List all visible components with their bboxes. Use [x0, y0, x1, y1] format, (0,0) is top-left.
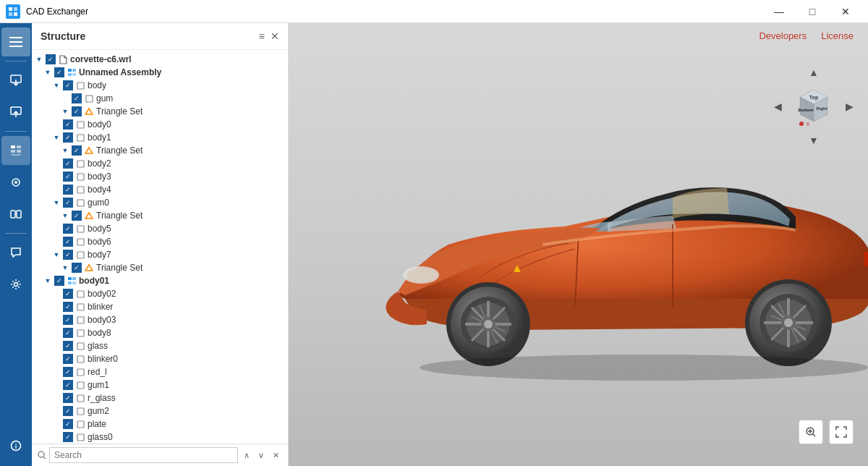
tree-checkbox[interactable] [63, 302, 73, 312]
tree-item[interactable]: ▼body1 [32, 131, 288, 144]
tree-chevron[interactable] [52, 315, 61, 324]
tree-checkbox[interactable] [63, 289, 73, 299]
tree-chevron[interactable] [61, 94, 69, 103]
tree-checkbox[interactable] [72, 211, 82, 221]
tree-chevron[interactable] [52, 329, 61, 337]
tree-checkbox[interactable] [63, 237, 73, 247]
tree-chevron[interactable]: ▼ [52, 81, 61, 90]
tree-chevron[interactable] [52, 289, 61, 298]
tree-item[interactable]: ▼corvette-c6.wrl [32, 53, 288, 66]
nav-cube[interactable]: Top Bottom Right X [791, 84, 836, 129]
search-input[interactable] [49, 447, 238, 463]
nav-right-button[interactable]: ▶ [846, 101, 854, 112]
nav-down-button[interactable]: ▼ [809, 135, 819, 146]
tree-chevron[interactable] [52, 355, 61, 363]
tree-chevron[interactable]: ▼ [61, 263, 69, 272]
tree-item[interactable]: r_glass [32, 391, 288, 404]
tree-item[interactable]: blinker0 [32, 352, 288, 365]
tree-item[interactable]: ▼Triangle Set [32, 144, 288, 157]
tree-checkbox[interactable] [63, 250, 73, 260]
toolbar-export-button[interactable] [1, 98, 30, 127]
tree-checkbox[interactable] [54, 67, 64, 77]
tree-checkbox[interactable] [63, 80, 73, 90]
search-down-button[interactable]: ∨ [255, 449, 267, 462]
toolbar-import-button[interactable] [1, 66, 30, 95]
tree-item[interactable]: ▼body01 [32, 274, 288, 287]
tree-chevron[interactable] [52, 433, 61, 441]
maximize-button[interactable]: □ [796, 0, 829, 23]
tree-item[interactable]: gum [32, 92, 288, 105]
tree-chevron[interactable]: ▼ [52, 250, 61, 259]
tree-item[interactable]: ▼Unnamed Assembly [32, 66, 288, 79]
tree-checkbox[interactable] [63, 198, 73, 208]
tree-checkbox[interactable] [63, 132, 73, 143]
tree-checkbox[interactable] [72, 263, 82, 273]
fit-all-button[interactable] [829, 420, 854, 444]
tree-item[interactable]: ▼body7 [32, 248, 288, 261]
tree-item[interactable]: body2 [32, 157, 288, 170]
viewport[interactable]: Developers License [289, 23, 868, 466]
search-up-button[interactable]: ∧ [241, 449, 252, 462]
tree-checkbox[interactable] [63, 171, 73, 182]
tree-checkbox[interactable] [72, 106, 82, 116]
nav-up-button[interactable]: ▲ [809, 67, 819, 78]
tree-item[interactable]: blinker [32, 300, 288, 313]
zoom-button[interactable] [799, 420, 823, 444]
tree-checkbox[interactable] [63, 432, 73, 442]
tree-checkbox[interactable] [72, 93, 82, 103]
tree-chevron[interactable] [52, 159, 61, 168]
tree-checkbox[interactable] [63, 354, 73, 364]
tree-item[interactable]: ▼Triangle Set [32, 105, 288, 118]
tree-checkbox[interactable] [72, 145, 82, 156]
tree-chevron[interactable]: ▼ [52, 198, 61, 207]
structure-filter-button[interactable]: ≡ [259, 30, 265, 42]
tree-checkbox[interactable] [63, 367, 73, 377]
tree-checkbox[interactable] [63, 119, 73, 130]
toolbar-settings-button[interactable] [1, 270, 30, 299]
tree-checkbox[interactable] [63, 315, 73, 325]
tree-chevron[interactable]: ▼ [61, 107, 69, 116]
tree-checkbox[interactable] [63, 328, 73, 338]
toolbar-compare-button[interactable] [1, 200, 30, 229]
tree-chevron[interactable]: ▼ [43, 68, 52, 77]
tree-chevron[interactable]: ▼ [52, 133, 61, 142]
tree-item[interactable]: body02 [32, 287, 288, 300]
tree-item[interactable]: ▼gum0 [32, 196, 288, 209]
tree-checkbox[interactable] [63, 393, 73, 403]
tree-item[interactable]: red_l [32, 365, 288, 378]
tree-item[interactable]: body3 [32, 170, 288, 183]
tree-chevron[interactable] [52, 120, 61, 129]
license-link[interactable]: License [821, 30, 854, 41]
tree-item[interactable]: body8 [32, 326, 288, 339]
tree-item[interactable]: body0 [32, 118, 288, 131]
tree-chevron[interactable] [52, 381, 61, 389]
tree-checkbox[interactable] [63, 341, 73, 351]
tree-checkbox[interactable] [63, 406, 73, 416]
tree-item[interactable]: body6 [32, 235, 288, 248]
close-button[interactable]: ✕ [829, 0, 862, 23]
tree-chevron[interactable] [52, 407, 61, 415]
tree-item[interactable]: body5 [32, 222, 288, 235]
tree-chevron[interactable] [52, 185, 61, 194]
tree-item[interactable]: body4 [32, 183, 288, 196]
toolbar-feedback-button[interactable] [1, 238, 30, 267]
structure-close-button[interactable]: ✕ [271, 30, 279, 42]
tree-chevron[interactable] [52, 302, 61, 311]
toolbar-menu-button[interactable] [1, 27, 30, 56]
tree-chevron[interactable] [52, 172, 61, 181]
developers-link[interactable]: Developers [759, 30, 807, 41]
tree-checkbox[interactable] [46, 54, 56, 64]
search-close-button[interactable]: ✕ [270, 449, 282, 462]
tree-chevron[interactable]: ▼ [61, 146, 69, 155]
tree-item[interactable]: plate [32, 418, 288, 431]
tree-checkbox[interactable] [63, 185, 73, 195]
minimize-button[interactable]: — [762, 0, 796, 23]
tree-item[interactable]: gum2 [32, 404, 288, 418]
tree-item[interactable]: glass0 [32, 431, 288, 444]
tree-item[interactable]: ▼Triangle Set [32, 209, 288, 222]
tree-container[interactable]: ▼corvette-c6.wrl▼Unnamed Assembly▼body g… [32, 50, 288, 444]
toolbar-structure-button[interactable] [1, 136, 30, 165]
tree-checkbox[interactable] [63, 158, 73, 169]
tree-item[interactable]: ▼body [32, 79, 288, 92]
tree-chevron[interactable]: ▼ [35, 55, 43, 64]
